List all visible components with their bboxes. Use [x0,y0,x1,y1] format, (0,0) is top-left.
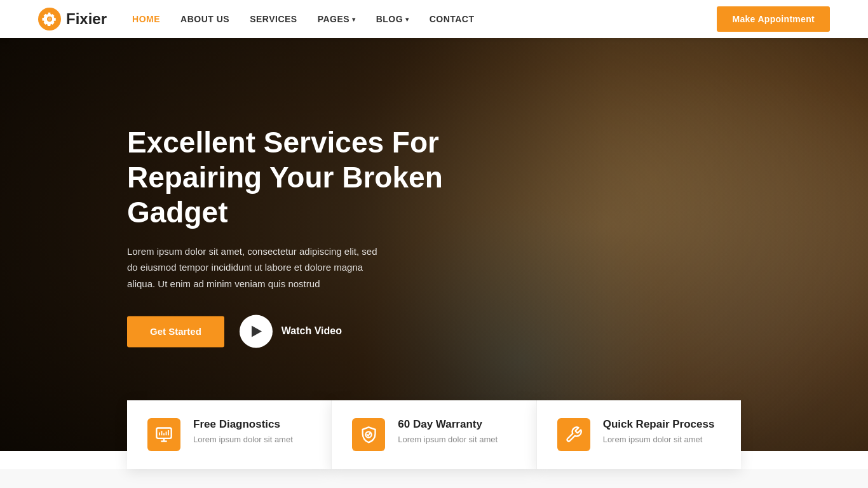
play-triangle-icon [252,326,262,337]
nav-blog[interactable]: BLOG ▾ [376,14,409,24]
nav-contact[interactable]: CONTACT [430,14,475,24]
nav-links: HOME ABOUT US SERVICES PAGES ▾ BLOG ▾ CO… [132,14,717,24]
feature-free-diagnostics: Free Diagnostics Lorem ipsum dolor sit a… [127,400,331,469]
feature-warranty: 60 Day Warranty Lorem ipsum dolor sit am… [331,400,536,469]
free-diagnostics-icon-box [147,418,180,451]
play-icon [240,315,273,348]
nav-pages[interactable]: PAGES ▾ [318,14,356,24]
features-bar: Free Diagnostics Lorem ipsum dolor sit a… [0,400,868,469]
blog-chevron-icon: ▾ [405,16,409,23]
warranty-icon [360,426,377,444]
quick-repair-desc: Lorem ipsum dolor sit amet [603,435,715,444]
pages-chevron-icon: ▾ [352,16,356,23]
hero-title: Excellent Services For Repairing Your Br… [127,125,483,231]
quick-repair-title: Quick Repair Process [603,418,715,431]
warranty-title: 60 Day Warranty [398,418,498,431]
logo[interactable]: Fixier [38,8,107,30]
brand-name: Fixier [66,10,107,28]
make-appointment-button[interactable]: Make Appointment [717,6,830,32]
nav-services[interactable]: SERVICES [250,14,297,24]
hero-actions: Get Started Watch Video [127,315,483,348]
bottom-spacer [0,469,868,488]
quick-repair-text: Quick Repair Process Lorem ipsum dolor s… [603,418,715,444]
get-started-button[interactable]: Get Started [127,316,224,347]
monitor-icon [155,426,173,444]
hero-section: Excellent Services For Repairing Your Br… [0,0,868,451]
watch-video-button[interactable]: Watch Video [240,315,342,348]
warranty-icon-box [352,418,385,451]
free-diagnostics-text: Free Diagnostics Lorem ipsum dolor sit a… [193,418,293,444]
free-diagnostics-title: Free Diagnostics [193,418,293,431]
watch-video-label: Watch Video [281,326,342,337]
free-diagnostics-desc: Lorem ipsum dolor sit amet [193,435,293,444]
warranty-desc: Lorem ipsum dolor sit amet [398,435,498,444]
logo-icon [38,8,61,30]
nav-home[interactable]: HOME [132,14,160,24]
wrench-icon [565,426,583,444]
hero-content: Excellent Services For Repairing Your Br… [127,125,483,348]
feature-quick-repair: Quick Repair Process Lorem ipsum dolor s… [536,400,741,469]
warranty-text: 60 Day Warranty Lorem ipsum dolor sit am… [398,418,498,444]
svg-rect-1 [156,428,171,438]
navbar: Fixier HOME ABOUT US SERVICES PAGES ▾ BL… [0,0,868,38]
hero-description: Lorem ipsum dolor sit amet, consectetur … [127,243,381,292]
quick-repair-icon-box [557,418,590,451]
nav-about[interactable]: ABOUT US [180,14,229,24]
